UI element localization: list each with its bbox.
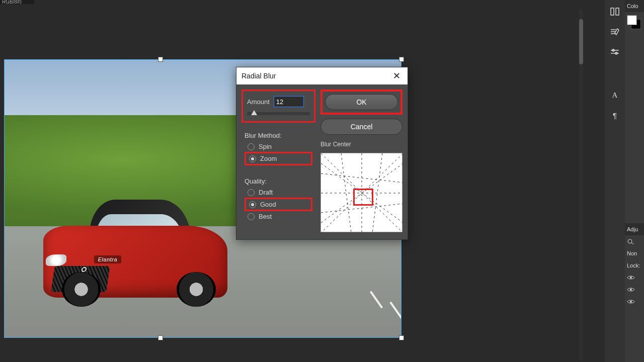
quality-group: Quality: Draft Good Best xyxy=(242,173,315,225)
blur-method-group: Blur Method: Spin Zoom xyxy=(242,128,315,168)
search-icon xyxy=(627,238,635,244)
amount-label: Amount xyxy=(247,98,270,106)
slider-thumb[interactable] xyxy=(251,110,257,115)
radio-zoom-input[interactable] xyxy=(249,155,256,162)
svg-rect-10 xyxy=(611,8,614,15)
blend-mode-label[interactable]: Non xyxy=(625,247,644,259)
radio-good-label: Good xyxy=(260,201,276,208)
document-tab-label: RGB/8#) xyxy=(2,0,22,4)
amount-input[interactable] xyxy=(274,96,304,107)
foreground-swatch[interactable] xyxy=(627,15,637,25)
cancel-button[interactable]: Cancel xyxy=(320,119,403,135)
document-tab[interactable]: RGB/8#) xyxy=(0,0,34,4)
brush-panel-icon[interactable] xyxy=(608,26,621,37)
radial-blur-dialog: Radial Blur ✕ Amount Blur Method: Spin xyxy=(236,67,408,240)
eye-icon xyxy=(627,275,635,281)
radio-best-input[interactable] xyxy=(248,213,255,220)
radio-zoom-label: Zoom xyxy=(260,155,277,162)
eye-icon xyxy=(627,287,635,293)
svg-line-17 xyxy=(631,243,634,244)
layer-visibility[interactable] xyxy=(625,296,644,308)
blur-center-target[interactable] xyxy=(353,189,373,206)
radio-draft-input[interactable] xyxy=(248,189,255,196)
transform-handle[interactable] xyxy=(158,335,163,340)
ok-highlight: OK xyxy=(320,89,403,115)
eye-icon xyxy=(627,299,635,305)
svg-point-20 xyxy=(630,301,632,303)
close-icon[interactable]: ✕ xyxy=(391,70,403,81)
radio-draft-label: Draft xyxy=(259,189,273,196)
radio-good-input[interactable] xyxy=(249,201,256,208)
paragraph-panel-icon[interactable]: ¶ xyxy=(608,110,621,121)
radio-spin[interactable]: Spin xyxy=(245,141,312,152)
svg-point-18 xyxy=(630,277,632,279)
svg-point-16 xyxy=(628,239,632,243)
adjustments-tab[interactable]: Adju xyxy=(625,223,644,235)
right-icon-rail: A ¶ xyxy=(605,0,625,362)
layer-visibility[interactable] xyxy=(625,272,644,284)
radio-best[interactable]: Best xyxy=(245,211,312,222)
transform-handle[interactable] xyxy=(399,57,404,62)
radio-spin-input[interactable] xyxy=(248,143,255,150)
radio-draft[interactable]: Draft xyxy=(245,187,312,198)
transform-handle[interactable] xyxy=(158,57,163,62)
amount-group: Amount xyxy=(242,89,315,123)
dialog-titlebar[interactable]: Radial Blur ✕ xyxy=(236,67,408,84)
radio-best-label: Best xyxy=(259,213,272,220)
svg-rect-11 xyxy=(616,8,619,15)
svg-point-19 xyxy=(630,289,632,291)
lock-label: Lock: xyxy=(625,259,644,272)
radio-zoom[interactable]: Zoom xyxy=(245,152,312,165)
transform-handle[interactable] xyxy=(399,335,404,340)
scrollbar-thumb[interactable] xyxy=(579,19,583,64)
radio-good[interactable]: Good xyxy=(245,198,312,211)
quality-label: Quality: xyxy=(245,177,312,185)
canvas-scrollbar[interactable] xyxy=(579,9,583,361)
blur-method-label: Blur Method: xyxy=(245,132,312,139)
dialog-title: Radial Blur xyxy=(242,72,276,80)
blur-center-preview[interactable] xyxy=(320,153,403,232)
radio-spin-label: Spin xyxy=(259,143,272,150)
character-panel-icon[interactable]: A xyxy=(608,89,621,101)
layer-visibility[interactable] xyxy=(625,284,644,296)
ok-button[interactable]: OK xyxy=(325,94,398,110)
panel-toggle-icon[interactable] xyxy=(608,6,621,17)
car-badge: Elantra xyxy=(94,255,121,263)
search-row[interactable] xyxy=(625,235,644,247)
blur-center-label: Blur Center xyxy=(320,141,403,148)
amount-slider[interactable] xyxy=(247,112,310,115)
adjust-panel-icon[interactable] xyxy=(608,46,621,57)
right-panel-strip: Colo Adju Non Lock: xyxy=(625,0,644,362)
fg-bg-swatch[interactable] xyxy=(627,15,641,29)
color-panel-tab[interactable]: Colo xyxy=(625,0,644,12)
